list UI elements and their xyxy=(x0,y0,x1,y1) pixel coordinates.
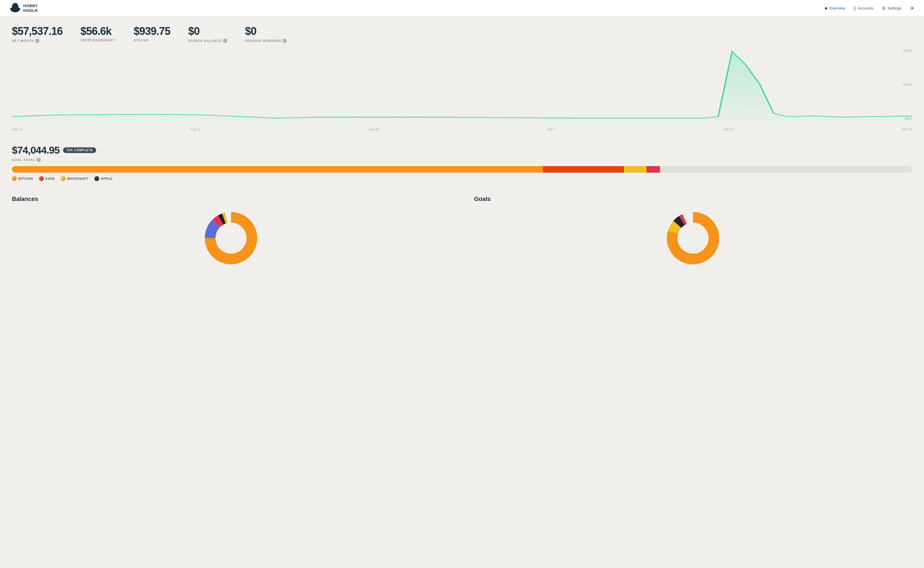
goal-label: GOAL TOTAL i xyxy=(12,158,912,162)
stats-row: $57,537.16 NET WORTH i $56.6k CRYPTOCURR… xyxy=(12,25,912,43)
pending-info[interactable]: i xyxy=(282,39,287,43)
pending-value: $0 xyxy=(245,25,287,38)
chart-svg xyxy=(12,49,912,126)
legend-kava: KAVA xyxy=(39,176,55,181)
stocks-value: $939.75 xyxy=(134,25,170,38)
stocks-label: STOCKS xyxy=(134,39,170,42)
goal-bar-kava xyxy=(543,166,624,173)
staked-label: STAKED BALANCE i xyxy=(188,39,227,43)
x-label-sep5: Sep 5 xyxy=(547,127,556,131)
microsoft-dot xyxy=(61,176,65,181)
net-worth-info[interactable]: i xyxy=(35,39,39,43)
stats-bar: $57,537.16 NET WORTH i $56.6k CRYPTOCURR… xyxy=(0,17,924,49)
nav-active-dot xyxy=(825,7,827,9)
logo-text: HOBBYHODLR xyxy=(23,4,38,13)
goal-info[interactable]: i xyxy=(36,158,41,162)
legend-apple: APPLE xyxy=(94,176,113,181)
bottom-panels: Balances Goals xyxy=(0,187,924,276)
net-worth-value: $57,537.16 xyxy=(12,25,62,38)
y-label-200k: $200k xyxy=(903,83,912,86)
kava-dot xyxy=(39,176,44,181)
stat-pending: $0 PENDING REWARDS i xyxy=(245,25,287,43)
crypto-value: $56.6k xyxy=(80,25,116,38)
goal-legend: BITCOIN KAVA MICROSOFT APPLE xyxy=(12,176,912,181)
apple-label: APPLE xyxy=(101,177,113,180)
nav-accounts[interactable]: ₿ Accounts xyxy=(854,6,873,11)
x-label-aug26: Aug 26 xyxy=(190,127,201,131)
nav-settings[interactable]: ⚙ Settings xyxy=(882,6,901,11)
logo[interactable]: HOBBYHODLR xyxy=(9,3,38,14)
y-label-350k: $350k xyxy=(903,49,912,52)
goal-bar-microsoft xyxy=(624,166,646,173)
balances-title: Balances xyxy=(12,196,450,202)
stat-cryptocurrency: $56.6k CRYPTOCURRENCY xyxy=(80,25,116,42)
apple-dot xyxy=(94,176,99,181)
crypto-label: CRYPTOCURRENCY xyxy=(80,39,116,42)
microsoft-label: MICROSOFT xyxy=(67,177,88,180)
theme-toggle[interactable]: ☀ xyxy=(910,5,915,12)
logo-icon xyxy=(9,3,21,14)
legend-microsoft: MICROSOFT xyxy=(61,176,88,181)
staked-value: $0 xyxy=(188,25,227,38)
stat-net-worth: $57,537.16 NET WORTH i xyxy=(12,25,62,43)
goal-section: $74,044.95 72% COMPLETE GOAL TOTAL i BIT… xyxy=(0,137,924,187)
staked-info[interactable]: i xyxy=(223,39,227,43)
goal-bar-apple xyxy=(646,166,660,173)
goals-title: Goals xyxy=(474,196,912,202)
y-label-50k: $50k xyxy=(903,117,912,120)
chart-area: $350k $200k $50k xyxy=(0,49,924,137)
goal-bar-bitcoin xyxy=(12,166,543,173)
goal-header: $74,044.95 72% COMPLETE xyxy=(12,144,912,156)
x-label-aug31: Aug 31 xyxy=(368,127,379,131)
legend-bitcoin: BITCOIN xyxy=(12,176,33,181)
pending-label: PENDING REWARDS i xyxy=(245,39,287,43)
svg-point-4 xyxy=(12,3,18,8)
nav-overview[interactable]: Overview xyxy=(825,6,845,11)
x-label-sep10: Sep 10 xyxy=(723,127,734,131)
gear-icon: ⚙ xyxy=(882,6,886,11)
x-label-aug21: Aug 21 xyxy=(12,127,22,131)
goal-bar xyxy=(12,166,912,173)
chart-x-labels: Aug 21 Aug 26 Aug 31 Sep 5 Sep 10 Sep 15 xyxy=(12,126,912,131)
chart-y-labels: $350k $200k $50k xyxy=(903,49,912,126)
goal-badge: 72% COMPLETE xyxy=(63,147,96,153)
net-worth-label: NET WORTH i xyxy=(12,39,62,43)
goals-panel: Goals xyxy=(462,187,924,276)
svg-point-18 xyxy=(678,223,708,254)
nav-links: Overview ₿ Accounts ⚙ Settings ☀ xyxy=(825,5,915,12)
balances-panel: Balances xyxy=(0,187,462,276)
stat-staked: $0 STAKED BALANCE i xyxy=(188,25,227,43)
goal-amount: $74,044.95 xyxy=(12,144,60,156)
bitcoin-label: BITCOIN xyxy=(18,177,33,180)
goals-donut-container xyxy=(474,208,912,268)
svg-point-13 xyxy=(216,223,246,254)
chart-container: $350k $200k $50k xyxy=(12,49,912,126)
x-label-sep15: Sep 15 xyxy=(902,127,912,131)
navbar: HOBBYHODLR Overview ₿ Accounts ⚙ Setting… xyxy=(0,0,924,17)
bitcoin-icon: ₿ xyxy=(854,6,856,11)
kava-label: KAVA xyxy=(45,177,55,180)
goals-donut xyxy=(663,208,723,268)
bitcoin-dot xyxy=(12,176,17,181)
main-content: $57,537.16 NET WORTH i $56.6k CRYPTOCURR… xyxy=(0,17,924,276)
balances-donut-container xyxy=(12,208,450,268)
balances-donut xyxy=(201,208,261,268)
stat-stocks: $939.75 STOCKS xyxy=(134,25,170,42)
